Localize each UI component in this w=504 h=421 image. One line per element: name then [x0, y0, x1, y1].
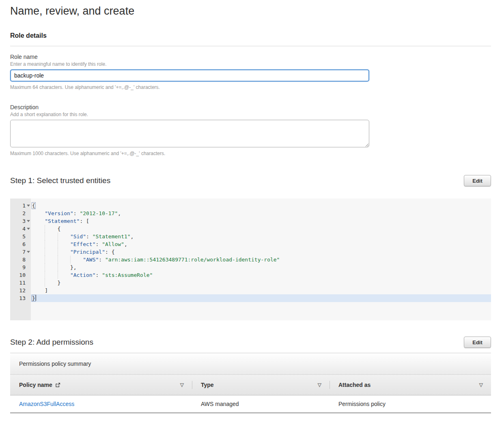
trust-policy-editor[interactable]: 12345678910111213 {"Version": "2012-10-1…	[10, 199, 491, 320]
filter-icon[interactable]: ▽	[479, 382, 483, 388]
description-constraint: Maximum 1000 characters. Use alphanumeri…	[10, 151, 491, 156]
step1-edit-button[interactable]: Edit	[464, 175, 491, 186]
code-line: "Effect": "Allow",	[31, 240, 491, 248]
policy-type-cell: AWS managed	[192, 401, 330, 407]
gutter-line: 5	[10, 233, 31, 240]
column-header-attached-as[interactable]: Attached as ▽	[330, 375, 491, 395]
column-label: Policy name	[19, 382, 52, 388]
fold-arrow-icon[interactable]	[27, 205, 30, 207]
step1-header: Step 1: Select trusted entities Edit	[10, 175, 491, 186]
step1-heading: Step 1: Select trusted entities	[10, 176, 110, 185]
role-name-label: Role name	[10, 54, 491, 60]
filter-icon[interactable]: ▽	[318, 382, 321, 388]
gutter-line: 13	[10, 294, 31, 302]
description-textarea[interactable]	[10, 120, 369, 147]
external-link-icon	[55, 382, 60, 388]
gutter-line: 2	[10, 209, 31, 217]
description-field: Description Add a short explanation for …	[10, 104, 491, 156]
fold-arrow-icon[interactable]	[27, 251, 30, 253]
section-divider	[10, 46, 491, 46]
filter-icon[interactable]: ▽	[180, 382, 184, 388]
role-name-help: Enter a meaningful name to identify this…	[10, 61, 491, 67]
column-header-policy-name[interactable]: Policy name ▽	[10, 375, 192, 395]
fold-arrow-icon[interactable]	[27, 228, 30, 230]
gutter-line: 6	[10, 240, 31, 248]
code-line: "Version": "2012-10-17",	[31, 209, 491, 217]
column-label: Attached as	[338, 382, 370, 388]
code-line: "AWS": "arn:aws:iam::541263489771:role/w…	[31, 256, 491, 263]
permissions-panel: Permissions policy summary Policy name ▽…	[10, 353, 491, 413]
code-line: }	[31, 294, 491, 302]
gutter-line: 11	[10, 279, 31, 287]
code-line: {	[31, 202, 491, 209]
code-line: {	[31, 225, 491, 233]
description-help: Add a short explanation for this role.	[10, 112, 491, 117]
code-line: }	[31, 279, 491, 287]
page: Name, review, and create Role details Ro…	[0, 0, 504, 413]
code-line: "Sid": "Statement1",	[31, 233, 491, 240]
fold-arrow-icon[interactable]	[27, 220, 30, 222]
text-cursor	[36, 295, 36, 301]
description-label: Description	[10, 104, 491, 110]
code-line: },	[31, 263, 491, 271]
policy-name-link[interactable]: AmazonS3FullAccess	[19, 401, 74, 407]
gutter-line: 9	[10, 263, 31, 271]
role-name-constraint: Maximum 64 characters. Use alphanumeric …	[10, 84, 491, 90]
gutter-line: 12	[10, 287, 31, 294]
gutter-line: 4	[10, 225, 31, 233]
page-title: Name, review, and create	[10, 0, 491, 17]
column-label: Type	[201, 382, 214, 388]
step2-header: Step 2: Add permissions Edit	[10, 337, 491, 348]
role-details-heading: Role details	[10, 32, 491, 39]
policy-name-cell: AmazonS3FullAccess	[10, 401, 192, 407]
column-header-type[interactable]: Type ▽	[192, 375, 330, 395]
gutter-line: 7	[10, 248, 31, 256]
editor-code[interactable]: {"Version": "2012-10-17","Statement": [{…	[31, 199, 491, 320]
table-row: AmazonS3FullAccess AWS managed Permissio…	[10, 395, 491, 413]
gutter-line: 3	[10, 217, 31, 225]
code-line: "Action": "sts:AssumeRole"	[31, 271, 491, 279]
gutter-line: 8	[10, 256, 31, 263]
table-header: Policy name ▽ Type ▽ Attached as ▽	[10, 374, 491, 395]
gutter-line: 1	[10, 202, 31, 209]
role-name-field: Role name Enter a meaningful name to ide…	[10, 54, 491, 90]
editor-gutter: 12345678910111213	[10, 199, 31, 320]
attached-as-cell: Permissions policy	[330, 401, 491, 407]
gutter-line: 10	[10, 271, 31, 279]
step2-heading: Step 2: Add permissions	[10, 338, 93, 347]
step2-edit-button[interactable]: Edit	[464, 337, 491, 348]
code-line: "Principal": {	[31, 248, 491, 256]
permissions-panel-title: Permissions policy summary	[10, 353, 491, 374]
code-line: "Statement": [	[31, 217, 491, 225]
code-line: ]	[31, 287, 491, 294]
role-name-input[interactable]	[10, 69, 369, 82]
